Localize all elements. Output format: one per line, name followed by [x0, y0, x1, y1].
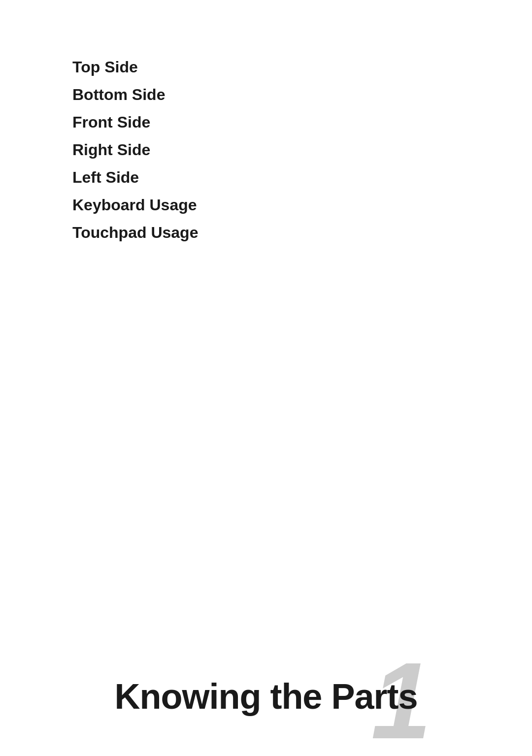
toc-item-touchpad-usage[interactable]: Touchpad Usage	[72, 219, 198, 246]
toc-item-right-side[interactable]: Right Side	[72, 136, 198, 164]
toc-item-bottom-side[interactable]: Bottom Side	[72, 81, 198, 108]
chapter-number-wrapper: 1 Knowing the Parts	[114, 676, 417, 717]
chapter-section: 1 Knowing the Parts	[0, 676, 532, 717]
toc-item-front-side[interactable]: Front Side	[72, 108, 198, 136]
toc-item-top-side[interactable]: Top Side	[72, 53, 198, 81]
table-of-contents: Top Side Bottom Side Front Side Right Si…	[72, 53, 198, 246]
toc-item-keyboard-usage[interactable]: Keyboard Usage	[72, 191, 198, 219]
toc-item-left-side[interactable]: Left Side	[72, 164, 198, 191]
chapter-title: Knowing the Parts	[114, 677, 417, 716]
